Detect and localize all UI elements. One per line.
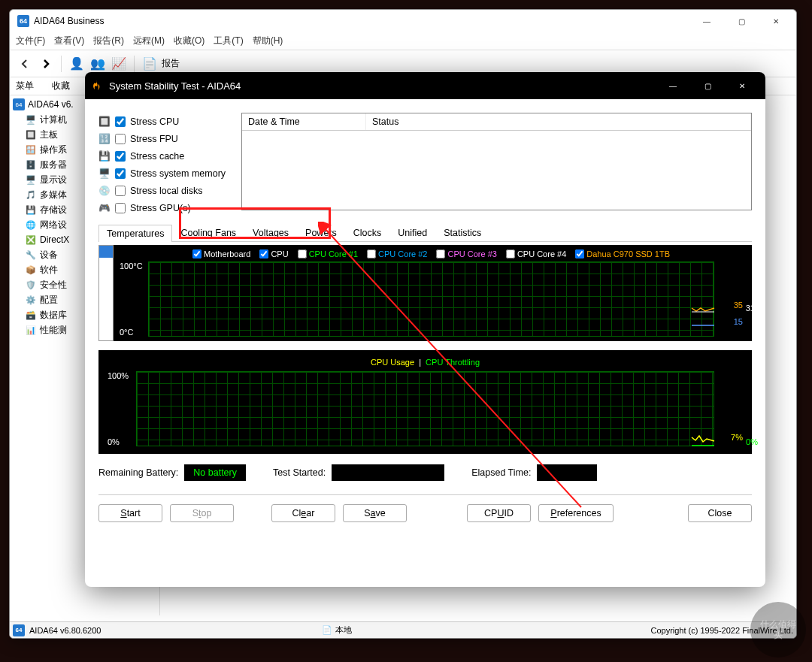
tab-unified[interactable]: Unified bbox=[389, 224, 435, 241]
save-button[interactable]: Save bbox=[343, 504, 407, 522]
side-tab-menu[interactable]: 菜单 bbox=[16, 80, 34, 92]
preferences-button[interactable]: Preferences bbox=[538, 504, 614, 522]
legend-label: CPU Core #2 bbox=[378, 249, 427, 258]
forward-button[interactable] bbox=[37, 55, 55, 73]
tab-cooling-fans[interactable]: Cooling Fans bbox=[172, 224, 244, 241]
legend-item[interactable]: CPU Core #3 bbox=[436, 249, 496, 258]
legend-checkbox[interactable] bbox=[259, 249, 268, 258]
temperature-legend: MotherboardCPUCPU Core #1CPU Core #2CPU … bbox=[118, 249, 744, 258]
tab-clocks[interactable]: Clocks bbox=[345, 224, 390, 241]
stress-item[interactable]: 🔲Stress CPU bbox=[98, 113, 234, 130]
stress-label: Stress FPU bbox=[130, 134, 178, 144]
tree-label: 计算机 bbox=[40, 113, 67, 126]
tab-powers[interactable]: Powers bbox=[297, 224, 345, 241]
watermark: 什么值得买 bbox=[750, 602, 806, 657]
usage-legend-1: CPU Usage bbox=[371, 358, 414, 367]
stress-icon: 🎮 bbox=[98, 202, 111, 214]
tree-icon: 📦 bbox=[25, 264, 37, 276]
menu-favorites[interactable]: 收藏(O) bbox=[174, 35, 205, 47]
group-icon[interactable]: 👥 bbox=[89, 55, 107, 73]
legend-checkbox[interactable] bbox=[298, 249, 307, 258]
maximize-button[interactable]: ▢ bbox=[724, 10, 759, 32]
stress-item[interactable]: 🔢Stress FPU bbox=[98, 130, 234, 147]
clear-button[interactable]: Clear bbox=[271, 504, 335, 522]
menu-file[interactable]: 文件(F) bbox=[16, 35, 45, 47]
elapsed-value bbox=[537, 464, 597, 481]
legend-checkbox[interactable] bbox=[192, 249, 201, 258]
stability-dialog: System Stability Test - AIDA64 — ▢ ✕ 🔲St… bbox=[85, 72, 765, 587]
legend-checkbox[interactable] bbox=[436, 249, 445, 258]
legend-item[interactable]: CPU bbox=[259, 249, 288, 258]
main-titlebar: 64 AIDA64 Business — ▢ ✕ bbox=[10, 10, 796, 32]
legend-checkbox[interactable] bbox=[575, 249, 584, 258]
legend-checkbox[interactable] bbox=[506, 249, 515, 258]
stress-item[interactable]: 🎮Stress GPU(s) bbox=[98, 199, 234, 216]
tree-icon: ❎ bbox=[25, 234, 37, 246]
minimize-button[interactable]: — bbox=[689, 10, 724, 32]
tab-statistics[interactable]: Statistics bbox=[435, 224, 489, 241]
side-tab-fav[interactable]: 收藏 bbox=[52, 80, 70, 92]
tree-icon: 💾 bbox=[25, 204, 37, 216]
main-title: AIDA64 Business bbox=[34, 16, 104, 26]
close-button[interactable]: Close bbox=[688, 504, 752, 522]
flame-icon bbox=[91, 80, 103, 92]
stress-icon: 🔢 bbox=[98, 133, 111, 145]
menu-help[interactable]: 帮助(H) bbox=[253, 35, 283, 47]
back-button[interactable] bbox=[16, 55, 34, 73]
legend-item[interactable]: Dahua C970 SSD 1TB bbox=[575, 249, 670, 258]
legend-label: Dahua C970 SSD 1TB bbox=[586, 249, 670, 258]
menu-view[interactable]: 查看(V) bbox=[54, 35, 84, 47]
menu-tools[interactable]: 工具(T) bbox=[214, 35, 243, 47]
legend-label: CPU bbox=[271, 249, 288, 258]
stress-checkbox[interactable] bbox=[115, 116, 126, 127]
tree-icon: 🗄️ bbox=[25, 159, 37, 171]
start-button[interactable]: Start bbox=[98, 504, 162, 522]
tree-label: 数据库 bbox=[40, 309, 67, 322]
legend-item[interactable]: CPU Core #4 bbox=[506, 249, 566, 258]
tree-icon: 🖥️ bbox=[25, 174, 37, 186]
tab-voltages[interactable]: Voltages bbox=[244, 224, 297, 241]
chart-icon[interactable]: 📈 bbox=[110, 55, 128, 73]
legend-checkbox[interactable] bbox=[367, 249, 376, 258]
legend-item[interactable]: Motherboard bbox=[192, 249, 250, 258]
stress-icon: 🔲 bbox=[98, 116, 111, 128]
dialog-title: System Stability Test - AIDA64 bbox=[109, 80, 241, 92]
legend-item[interactable]: CPU Core #1 bbox=[298, 249, 358, 258]
tab-temperatures[interactable]: Temperatures bbox=[98, 225, 172, 242]
stress-item[interactable]: 🖥️Stress system memory bbox=[98, 165, 234, 182]
stress-item[interactable]: 💾Stress cache bbox=[98, 147, 234, 165]
report-label[interactable]: 报告 bbox=[162, 57, 180, 70]
tree-label: 网络设 bbox=[40, 219, 67, 231]
tree-label: 操作系 bbox=[40, 144, 67, 156]
vertical-slider[interactable] bbox=[98, 245, 114, 341]
stress-icon: 🖥️ bbox=[98, 168, 111, 180]
tree-label: DirectX bbox=[40, 234, 69, 245]
user-icon[interactable]: 👤 bbox=[68, 55, 86, 73]
stress-checkbox[interactable] bbox=[115, 151, 126, 162]
legend-item[interactable]: CPU Core #2 bbox=[367, 249, 427, 258]
stress-checkbox[interactable] bbox=[115, 203, 126, 213]
menu-remote[interactable]: 远程(M) bbox=[133, 35, 165, 47]
tabs: TemperaturesCooling FansVoltagesPowersCl… bbox=[98, 224, 752, 242]
stress-item[interactable]: 💿Stress local disks bbox=[98, 182, 234, 199]
tree-label: 存储设 bbox=[40, 204, 67, 216]
menubar: 文件(F) 查看(V) 报告(R) 远程(M) 收藏(O) 工具(T) 帮助(H… bbox=[10, 32, 796, 50]
report-icon[interactable]: 📄 bbox=[141, 55, 159, 73]
stress-checkbox[interactable] bbox=[115, 168, 126, 179]
tree-icon: 🔧 bbox=[25, 249, 37, 261]
stress-checkbox[interactable] bbox=[115, 186, 126, 196]
tree-label: 软件 bbox=[40, 264, 58, 277]
stress-checkbox[interactable] bbox=[115, 134, 126, 144]
close-button[interactable]: ✕ bbox=[759, 10, 793, 32]
menu-report[interactable]: 报告(R) bbox=[93, 35, 124, 47]
app-logo: 64 bbox=[17, 15, 29, 27]
cpuid-button[interactable]: CPUID bbox=[467, 504, 531, 522]
dialog-maximize[interactable]: ▢ bbox=[690, 72, 725, 99]
legend-label: CPU Core #4 bbox=[517, 249, 566, 258]
temp-reading-2: 31 bbox=[746, 304, 755, 313]
tree-icon: 🎵 bbox=[25, 189, 37, 201]
stress-label: Stress system memory bbox=[130, 168, 226, 179]
dialog-minimize[interactable]: — bbox=[656, 72, 690, 99]
dialog-close[interactable]: ✕ bbox=[725, 72, 759, 99]
tree-label: 显示设 bbox=[40, 174, 67, 186]
